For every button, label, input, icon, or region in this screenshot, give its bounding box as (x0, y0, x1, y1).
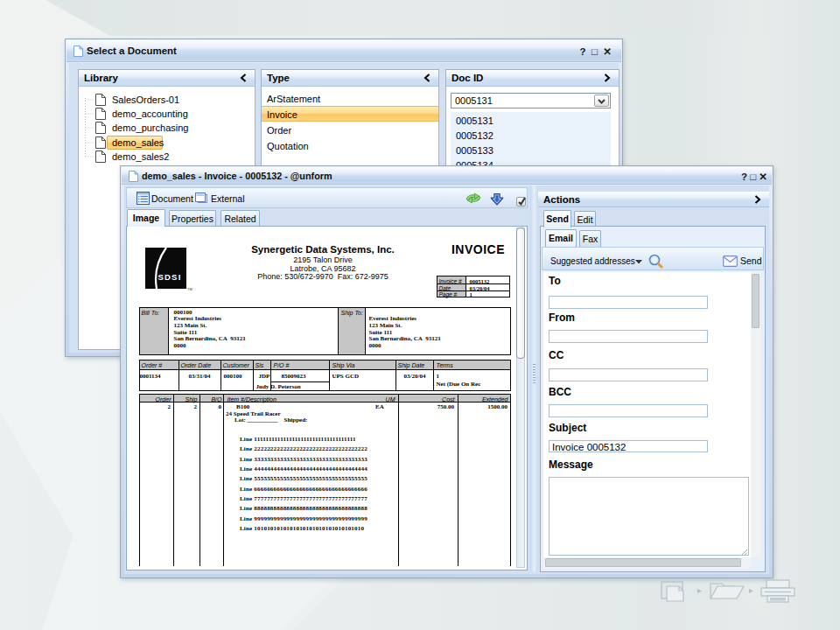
svg-text:TM: TM (187, 287, 192, 291)
svg-text:SDSI: SDSI (158, 272, 182, 282)
